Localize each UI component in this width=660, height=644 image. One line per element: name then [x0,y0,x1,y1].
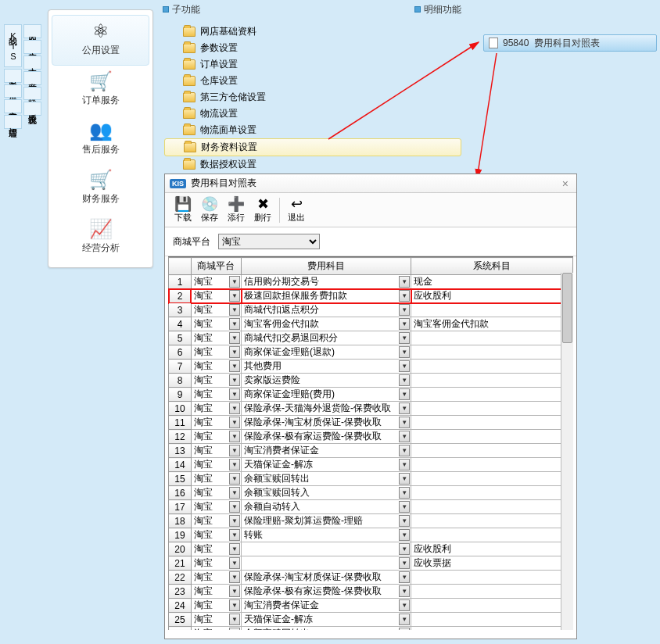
cell-platform[interactable]: 淘宝 [191,303,241,317]
cell-fee[interactable]: 保险理赔-聚划算运费险-理赔 [242,514,411,528]
cell-system[interactable] [411,444,573,458]
vtab[interactable]: 轻分析 [23,87,41,100]
cell-platform[interactable]: 淘宝 [191,613,241,627]
cell-system[interactable]: 淘宝客佣金代扣款 [411,317,573,331]
table-row[interactable]: 20淘宝应收股利 [169,542,573,556]
cell-system[interactable]: 应收票据 [411,556,573,571]
table-row[interactable]: 26淘宝余额宝赎回转出 [169,627,573,631]
table-row[interactable]: 18淘宝保险理赔-聚划算运费险-理赔 [169,514,573,528]
cell-system[interactable] [411,331,573,345]
cell-platform[interactable]: 淘宝 [191,317,241,331]
sidebar-item[interactable]: 🛒订单服务 [48,66,152,115]
cell-system[interactable] [411,627,573,631]
cell-fee[interactable]: 保险承保-天猫海外退货险-保费收取 [242,402,411,416]
cell-platform[interactable]: 淘宝 [191,275,241,289]
cell-system[interactable]: 应收股利 [411,289,573,303]
cell-platform[interactable]: 淘宝 [191,388,241,402]
tree-item[interactable]: 参数设置 [164,40,473,56]
table-row[interactable]: 21淘宝应收票据 [169,556,573,571]
table-row[interactable]: 10淘宝保险承保-天猫海外退货险-保费收取 [169,402,573,416]
cell-platform[interactable]: 淘宝 [191,416,241,430]
table-row[interactable]: 1淘宝信用购分期交易号现金 [169,275,573,289]
sidebar-item[interactable]: 👥售后服务 [48,115,152,164]
toolbar-下载-button[interactable]: 💾下载 [170,195,196,225]
vtab[interactable]: 全网营销 [23,24,41,38]
vtab[interactable]: 生产管理 [23,40,41,54]
vtab[interactable]: 发票管理 [23,71,41,85]
tree-item[interactable]: 第三方仓储设置 [164,89,473,106]
cell-fee[interactable]: 淘宝消费者保证金 [242,599,411,613]
table-row[interactable]: 7淘宝其他费用 [169,360,573,374]
cell-system[interactable] [411,303,573,317]
cell-system[interactable] [411,402,573,416]
cell-fee[interactable]: 天猫保证金-解冻 [242,458,411,472]
cell-fee[interactable]: 余额宝赎回转出 [242,627,411,631]
cell-fee[interactable] [242,556,411,571]
cell-platform[interactable]: 淘宝 [191,345,241,360]
cell-system[interactable] [411,345,573,360]
cell-system[interactable] [411,514,573,528]
mapping-grid[interactable]: 商城平台 费用科目 系统科目 1淘宝信用购分期交易号现金2淘宝极速回款担保服务费… [168,257,573,630]
toolbar-删行-button[interactable]: ✖删行 [249,195,276,225]
cell-platform[interactable]: 淘宝 [191,627,241,631]
table-row[interactable]: 6淘宝商家保证金理赔(退款) [169,345,573,360]
table-row[interactable]: 11淘宝保险承保-淘宝材质保证-保费收取 [169,416,573,430]
cell-platform[interactable]: 淘宝 [191,430,241,444]
table-row[interactable]: 15淘宝余额宝赎回转出 [169,472,573,486]
vtab[interactable]: 系统设置 [23,102,41,116]
close-icon[interactable]: × [559,177,572,190]
table-row[interactable]: 8淘宝卖家版运费险 [169,374,573,388]
cell-fee[interactable]: 淘宝客佣金代扣款 [242,317,411,331]
cell-system[interactable] [411,374,573,388]
tree-item[interactable]: 物流设置 [164,106,473,122]
detail-tab[interactable]: 95840 费用科目对照表 [483,34,657,52]
cell-fee[interactable]: 转账 [242,528,411,542]
cell-system[interactable] [411,458,573,472]
cell-fee[interactable]: 保险承保-淘宝材质保证-保费收取 [242,416,411,430]
cell-platform[interactable]: 淘宝 [191,402,241,416]
cell-fee[interactable]: 信用购分期交易号 [242,275,411,289]
cell-platform[interactable]: 淘宝 [191,599,241,613]
tree-item[interactable]: 仓库设置 [164,73,473,89]
cell-fee[interactable]: 商家保证金理赔(费用) [242,388,411,402]
table-row[interactable]: 17淘宝余额自动转入 [169,500,573,514]
cell-platform[interactable]: 淘宝 [191,571,241,585]
table-row[interactable]: 2淘宝极速回款担保服务费扣款应收股利 [169,289,573,303]
table-row[interactable]: 12淘宝保险承保-极有家运费险-保费收取 [169,430,573,444]
vtab[interactable]: 电商管理 [4,99,22,113]
table-row[interactable]: 4淘宝淘宝客佣金代扣款淘宝客佣金代扣款 [169,317,573,331]
cell-fee[interactable]: 商城代扣交易退回积分 [242,331,411,345]
cell-fee[interactable]: 淘宝消费者保证金 [242,444,411,458]
cell-system[interactable]: 现金 [411,275,573,289]
cell-system[interactable] [411,416,573,430]
tree-item[interactable]: 数据授权设置 [164,156,473,173]
cell-system[interactable] [411,430,573,444]
cell-fee[interactable] [242,542,411,556]
cell-system[interactable] [411,360,573,374]
vtab[interactable]: 门店管理 [4,115,22,129]
toolbar-保存-button[interactable]: 💿保存 [196,195,223,225]
cell-fee[interactable]: 极速回款担保服务费扣款 [242,289,411,303]
cell-platform[interactable]: 淘宝 [191,486,241,500]
cell-system[interactable] [411,472,573,486]
cell-platform[interactable]: 淘宝 [191,458,241,472]
tree-item[interactable]: 物流面单设置 [164,122,473,138]
cell-platform[interactable]: 淘宝 [191,360,241,374]
cell-fee[interactable]: 其他费用 [242,360,411,374]
sidebar-item[interactable]: ⚛公用设置 [52,15,149,66]
cell-fee[interactable]: 保险承保-极有家运费险-保费收取 [242,585,411,599]
cell-platform[interactable]: 淘宝 [191,542,241,556]
table-row[interactable]: 24淘宝淘宝消费者保证金 [169,599,573,613]
cell-fee[interactable]: 余额宝赎回转入 [242,486,411,500]
cell-fee[interactable]: 保险承保-淘宝材质保证-保费收取 [242,571,411,585]
cell-fee[interactable]: 天猫保证金-解冻 [242,613,411,627]
sidebar-item[interactable]: 🛒财务服务 [48,164,152,213]
table-row[interactable]: 14淘宝天猫保证金-解冻 [169,458,573,472]
cell-platform[interactable]: 淘宝 [191,514,241,528]
table-row[interactable]: 13淘宝淘宝消费者保证金 [169,444,573,458]
cell-system[interactable] [411,388,573,402]
platform-select[interactable]: 淘宝 [218,234,320,249]
toolbar-退出-button[interactable]: ↩退出 [283,195,310,225]
cell-system[interactable] [411,613,573,627]
cell-system[interactable] [411,599,573,613]
